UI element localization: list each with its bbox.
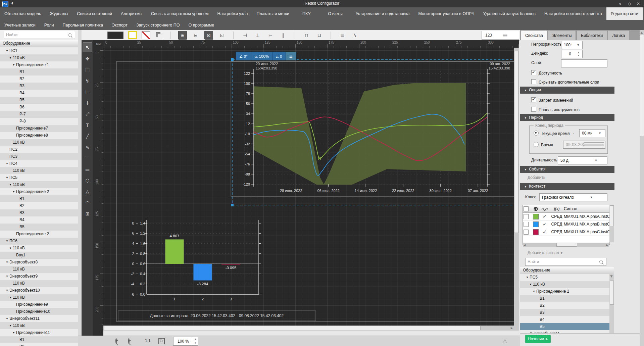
datetime-input[interactable]: 09.08.2022 15:42:02. [563, 141, 605, 149]
radio-on-icon[interactable] [534, 131, 539, 136]
numeric-field[interactable]: 123 ≡≡ [482, 31, 519, 40]
menu-item-связь-с-аппаратным-уровнем[interactable]: Связь с аппаратным уровнем [147, 7, 213, 20]
tree-item-110-кв[interactable]: ▼110 кВ [520, 281, 614, 288]
ellipse-tool-icon[interactable]: ◠ [83, 198, 92, 207]
minutes-combo[interactable]: 00 мин.▼ [579, 129, 605, 137]
time-radio[interactable]: Время [534, 142, 553, 147]
table-hscrollbar[interactable]: ◀▶ [523, 243, 609, 247]
layers-icon[interactable]: ≣ [338, 31, 346, 39]
tree-item-присоединение7[interactable]: Присоединение7 [0, 125, 78, 132]
tree-item-р-7[interactable]: Р-7 [0, 111, 78, 118]
equipment-search[interactable] [4, 31, 75, 39]
rect-tool-icon[interactable]: ▭ [83, 165, 92, 174]
row-checkbox[interactable] [524, 222, 529, 227]
expander-icon[interactable]: ▼ [529, 281, 533, 288]
tree-item-в3[interactable]: В3 [0, 83, 78, 90]
duration-combo[interactable]: 50 д.▼ [558, 156, 607, 164]
tree-item-энергообъект9[interactable]: ▼Энергообъект9 [0, 273, 78, 280]
connector-tool-icon[interactable]: ↯ [83, 76, 92, 85]
section-context[interactable]: ▼Контекст [520, 183, 614, 190]
signal-color-swatch[interactable] [533, 221, 539, 227]
tree-item-энергообъект8[interactable]: ▼Энергообъект8 [0, 259, 78, 266]
canvas-vscrollbar[interactable] [514, 48, 519, 331]
expander-icon[interactable]: ▼ [9, 245, 13, 252]
menu-lines-icon[interactable]: ≡≡ [499, 33, 519, 38]
checkbox-checked-icon[interactable] [531, 70, 536, 75]
close-button[interactable]: ✕ [634, 1, 643, 7]
curve-type-icon[interactable]: ✓ [540, 229, 550, 235]
zoom-ratio-button[interactable]: 1:1 [145, 338, 151, 343]
menu-item-пку[interactable]: ПКУ [294, 7, 319, 20]
expander-icon[interactable]: ▼ [6, 160, 9, 167]
selection-handle[interactable] [231, 204, 234, 206]
curve-tool-icon[interactable]: ∿ [83, 143, 92, 152]
menu-item-плакаты-и-метки[interactable]: Плакаты и метки [252, 7, 294, 20]
row-checkbox[interactable] [524, 230, 529, 235]
curve-type-icon[interactable]: ✓ [540, 221, 550, 227]
tree-item-присоединение-2[interactable]: Присоединение 2 [0, 231, 78, 238]
current-time-radio[interactable]: Текущее время - [534, 131, 576, 136]
menu-item-редактор-сети[interactable]: Редактор сети [606, 7, 643, 20]
align-top-icon[interactable]: ⊓ [302, 31, 310, 39]
events-icon[interactable]: ϟ [351, 31, 359, 39]
tree-item-присоединение-1[interactable]: ▼Присоединение 1 [0, 61, 78, 68]
menu-item-отчеты[interactable]: Отчеты [319, 7, 351, 20]
tab-логика[interactable]: Логика [608, 30, 629, 40]
tree-item-энергообъект11[interactable]: ▼Энергообъект11 [520, 330, 614, 333]
expander-icon[interactable]: ▼ [6, 273, 9, 280]
select-all-checkbox[interactable] [523, 206, 532, 211]
move-tool-icon[interactable]: ✛ [83, 98, 92, 107]
toolbar-checkbox[interactable]: Панель инструментов [531, 107, 580, 112]
expander-icon[interactable]: ▼ [9, 294, 13, 301]
menu-item-о-программе[interactable]: О программе [184, 20, 218, 30]
line-tool-icon[interactable]: ╱ [83, 132, 92, 141]
menu-item-устаревание-и-подстановка[interactable]: Устаревание и подстановка [351, 7, 414, 20]
signal-color-swatch[interactable] [533, 214, 539, 219]
fill-color-swatch[interactable] [107, 31, 123, 39]
menu-item-запуск-стороннего-по[interactable]: Запуск стороннего ПО [132, 20, 184, 30]
minimize-button[interactable]: ∨ [616, 1, 625, 7]
alpha-value[interactable]: α: 100% [251, 52, 273, 60]
lock-changes-checkbox[interactable]: Запрет изменений [531, 97, 573, 103]
distribute-icon[interactable]: ∥ [279, 31, 287, 39]
tree-item-в4[interactable]: В4 [0, 90, 78, 97]
duplicate-icon[interactable] [155, 31, 163, 39]
triangle-tool-icon[interactable]: △ [83, 187, 92, 196]
tree-item-110-кв[interactable]: 110 кВ [0, 266, 78, 273]
tree-item-в4[interactable]: В4 [520, 316, 614, 323]
tree-item-в1[interactable]: В1 [0, 195, 78, 202]
tree-item-в1[interactable]: В1 [520, 295, 614, 302]
tree-item-присоединение9[interactable]: Присоединение9 [0, 301, 78, 308]
tree-item-пс3[interactable]: ПС3 [0, 153, 78, 160]
search-input[interactable] [4, 33, 68, 37]
expander-icon[interactable]: ▼ [6, 47, 9, 54]
marquee-tool-icon[interactable]: ⬚ [83, 65, 92, 74]
expander-icon[interactable]: ▼ [6, 259, 9, 266]
arc-tool-icon[interactable]: ⌒ [83, 154, 92, 163]
checkbox-icon[interactable] [531, 107, 536, 112]
grid-settings-icon[interactable]: ⊟ [192, 31, 200, 39]
tree-item-в3[interactable]: В3 [520, 309, 614, 316]
expander-icon[interactable]: ▼ [12, 61, 16, 68]
checkbox-icon[interactable] [531, 79, 536, 84]
expander-icon[interactable]: ▼ [526, 274, 530, 281]
opacity-combo[interactable]: 100 %▼ [561, 41, 583, 49]
selection-handle[interactable] [231, 58, 234, 61]
frame-settings-icon[interactable]: ⊡ [218, 31, 226, 39]
tree-item-110-кв[interactable]: ▼110 кВ [0, 181, 78, 188]
align-center-icon[interactable]: ⊥ [254, 31, 262, 39]
hide-extra-layers-checkbox[interactable]: Скрывать дополнительные слои [531, 79, 599, 85]
add-signal-button[interactable]: Добавить сигнал ▼ [528, 250, 563, 255]
expander-icon[interactable]: ▼ [533, 288, 536, 295]
zoom-out-icon[interactable]: − [128, 339, 130, 343]
text-tool-icon[interactable]: T [83, 120, 92, 130]
equipment-vscrollbar[interactable]: ▼ [609, 274, 614, 333]
row-checkbox[interactable] [524, 214, 529, 219]
menu-item-роли[interactable]: Роли [40, 20, 58, 30]
tree-item-пс1[interactable]: ▼ПС1 [0, 47, 78, 54]
align-left-icon[interactable]: ⊣ [241, 31, 249, 39]
tree-item-в2[interactable]: В2 [0, 76, 78, 83]
zoom-in-icon[interactable]: + [115, 339, 117, 343]
diagram-canvas[interactable]: 12210078563412-10-32-54-76-98-12028 июн.… [103, 48, 519, 331]
radio-icon[interactable] [534, 142, 539, 147]
